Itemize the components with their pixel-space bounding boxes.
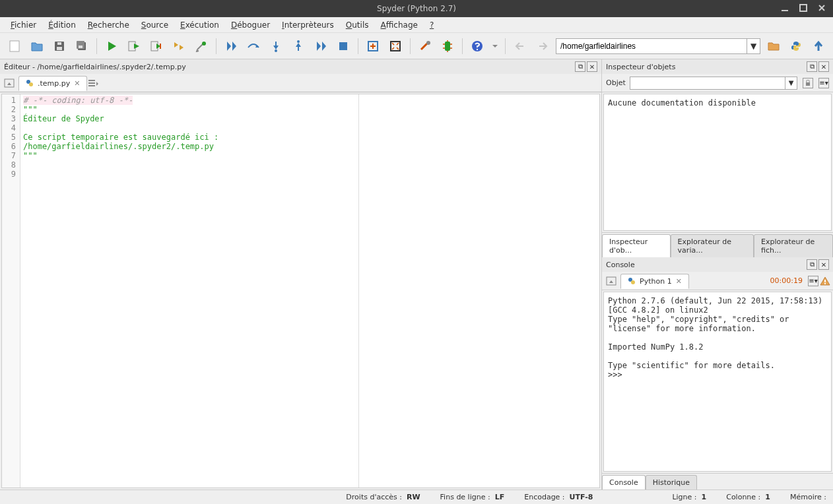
debug-stop-button[interactable] xyxy=(334,37,352,55)
console-pane-header: Console ⧉ ✕ xyxy=(602,257,833,272)
save-all-button[interactable] xyxy=(73,37,91,55)
svg-rect-24 xyxy=(88,80,95,81)
inspector-bottom-tabs: Inspecteur d'ob... Explorateur de varia.… xyxy=(602,232,833,257)
inspector-doc-panel: Aucune documentation disponible xyxy=(603,94,832,231)
browse-directory-button[interactable] xyxy=(764,37,783,55)
tab-history[interactable]: Historique xyxy=(646,475,697,489)
svg-rect-31 xyxy=(824,280,826,282)
window-close-button[interactable] xyxy=(816,2,828,14)
svg-rect-5 xyxy=(57,42,61,45)
run-cell-button[interactable] xyxy=(125,37,143,55)
status-eol: Fins de ligne : LF xyxy=(440,493,505,501)
console-close-icon[interactable]: ✕ xyxy=(818,259,829,270)
menu-edition[interactable]: Édition xyxy=(43,18,81,32)
working-directory-dropdown-icon[interactable]: ▼ xyxy=(747,39,760,53)
parent-directory-button[interactable] xyxy=(809,37,828,55)
console-tab-close-icon[interactable]: ✕ xyxy=(676,277,682,286)
run-selection-button[interactable] xyxy=(170,37,188,55)
code-area[interactable]: # -*- coding: utf-8 -*- """ Éditeur de S… xyxy=(20,94,599,488)
menu-affichage[interactable]: Affichage xyxy=(376,18,423,32)
fullscreen-button[interactable] xyxy=(386,37,405,55)
menu-source[interactable]: Source xyxy=(136,18,174,32)
window-maximize-button[interactable] xyxy=(797,2,809,14)
preferences-icon[interactable] xyxy=(416,37,434,55)
debug-step-into-button[interactable] xyxy=(267,37,285,55)
save-button[interactable] xyxy=(50,37,69,55)
tab-variable-explorer[interactable]: Explorateur de varia... xyxy=(671,234,754,257)
inspector-pane-header: Inspecteur d'objets ⧉ ✕ xyxy=(602,59,833,74)
debug-button[interactable] xyxy=(222,37,240,55)
help-dropdown-icon[interactable] xyxy=(490,37,500,55)
svg-point-11 xyxy=(202,42,206,46)
svg-point-30 xyxy=(631,280,635,284)
svg-rect-4 xyxy=(57,47,62,50)
inspector-doc-text: Aucune documentation disponible xyxy=(608,98,756,108)
working-directory-input[interactable] xyxy=(556,42,747,51)
menu-interpreteurs[interactable]: Interprèteurs xyxy=(277,18,339,32)
inspector-object-combo[interactable]: ▼ xyxy=(630,77,797,90)
console-bottom-tabs: Console Historique xyxy=(602,473,833,489)
tab-file-explorer[interactable]: Explorateur de fich... xyxy=(754,234,833,257)
svg-point-13 xyxy=(297,40,300,43)
status-memory: Mémoire : xyxy=(790,493,826,501)
menu-execution[interactable]: Exécution xyxy=(175,18,224,32)
editor-tab-close-icon[interactable]: ✕ xyxy=(74,79,80,88)
menu-fichier[interactable]: Fichier xyxy=(5,18,42,32)
run-button[interactable] xyxy=(102,37,121,55)
debug-step-over-button[interactable] xyxy=(244,37,263,55)
console-output[interactable]: Python 2.7.6 (default, Jun 22 2015, 17:5… xyxy=(603,292,832,472)
console-header-title: Console xyxy=(606,261,635,269)
inspector-object-dropdown-icon[interactable]: ▼ xyxy=(785,77,797,89)
debug-step-out-button[interactable] xyxy=(289,37,308,55)
inspector-header-title: Inspecteur d'objets xyxy=(606,63,675,71)
console-tab-label: Python 1 xyxy=(640,277,672,286)
inspector-undock-icon[interactable]: ⧉ xyxy=(807,61,817,72)
tab-inspector[interactable]: Inspecteur d'ob... xyxy=(602,234,671,257)
toolbar: ▼ xyxy=(0,33,833,59)
console-warning-icon[interactable] xyxy=(820,276,830,286)
maximize-pane-button[interactable] xyxy=(364,37,382,55)
console-browse-tabs-icon[interactable] xyxy=(605,274,618,288)
svg-rect-26 xyxy=(88,85,95,86)
console-undock-icon[interactable]: ⧉ xyxy=(807,259,817,270)
editor-browse-tabs-icon[interactable] xyxy=(3,77,16,90)
inspector-object-input[interactable] xyxy=(630,77,785,89)
configure-button[interactable] xyxy=(192,37,211,55)
new-file-button[interactable] xyxy=(5,37,24,55)
window-titlebar: Spyder (Python 2.7) xyxy=(0,0,833,17)
menu-outils[interactable]: Outils xyxy=(341,18,374,32)
inspector-objet-label: Objet xyxy=(606,79,626,87)
svg-point-20 xyxy=(477,48,478,49)
debug-continue-button[interactable] xyxy=(312,37,330,55)
inspector-lock-icon[interactable] xyxy=(803,78,813,88)
open-file-button[interactable] xyxy=(28,37,46,55)
editor-header-title: Éditeur - /home/garfieldairlines/.spyder… xyxy=(4,63,186,71)
working-directory-combo[interactable]: ▼ xyxy=(556,38,760,54)
console-options-icon[interactable]: ≡▾ xyxy=(808,276,818,286)
python-file-icon xyxy=(26,79,34,87)
status-column: Colonne : 1 xyxy=(726,493,770,501)
nav-back-button[interactable] xyxy=(511,37,529,55)
nav-forward-button[interactable] xyxy=(533,37,552,55)
menu-help[interactable]: ? xyxy=(424,18,439,32)
editor-options-icon[interactable] xyxy=(87,77,100,90)
svg-point-17 xyxy=(426,41,430,45)
window-minimize-button[interactable] xyxy=(779,2,791,14)
pythonpath-button[interactable] xyxy=(438,37,457,55)
code-editor[interactable]: 123456789 # -*- coding: utf-8 -*- """ Éd… xyxy=(1,94,600,488)
menu-recherche[interactable]: Recherche xyxy=(83,18,135,32)
menu-deboguer[interactable]: Déboguer xyxy=(226,18,275,32)
svg-rect-2 xyxy=(10,41,19,51)
editor-undock-icon[interactable]: ⧉ xyxy=(575,61,585,72)
tab-console[interactable]: Console xyxy=(602,475,646,489)
help-button[interactable] xyxy=(468,37,486,55)
statusbar: Droits d'accès : RW Fins de ligne : LF E… xyxy=(0,489,833,504)
editor-close-icon[interactable]: ✕ xyxy=(587,61,597,72)
run-cell-advance-button[interactable] xyxy=(147,37,166,55)
menubar: Fichier Édition Recherche Source Exécuti… xyxy=(0,17,833,33)
editor-tab-temppy[interactable]: .temp.py ✕ xyxy=(18,76,87,91)
inspector-close-icon[interactable]: ✕ xyxy=(818,61,829,72)
console-tab-python1[interactable]: Python 1 ✕ xyxy=(620,274,689,289)
inspector-options-icon[interactable]: ≡▾ xyxy=(818,78,829,88)
python-icon[interactable] xyxy=(787,37,805,55)
